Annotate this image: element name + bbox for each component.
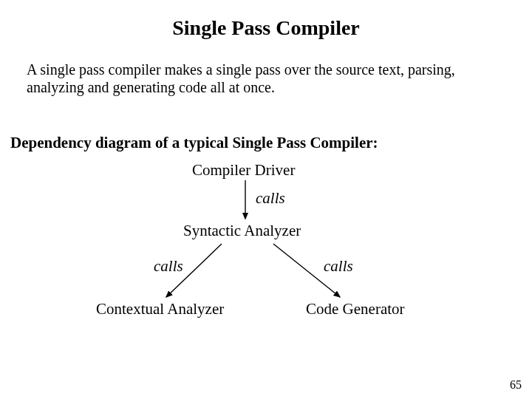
diagram-heading: Dependency diagram of a typical Single P…: [0, 97, 532, 152]
dependency-diagram: Compiler Driver calls Syntactic Analyzer…: [0, 152, 532, 352]
diagram-arrows: [0, 152, 532, 352]
node-contextual-analyzer: Contextual Analyzer: [96, 300, 224, 318]
node-code-generator: Code Generator: [306, 300, 405, 318]
page-number: 65: [510, 378, 522, 392]
edge-label-root-to-mid: calls: [256, 189, 285, 208]
page-title: Single Pass Compiler: [0, 0, 532, 40]
intro-paragraph: A single pass compiler makes a single pa…: [0, 40, 532, 97]
edge-label-mid-to-left: calls: [154, 257, 183, 276]
node-compiler-driver: Compiler Driver: [192, 161, 295, 180]
node-syntactic-analyzer: Syntactic Analyzer: [183, 222, 301, 240]
slide: Single Pass Compiler A single pass compi…: [0, 0, 532, 399]
edge-label-mid-to-right: calls: [324, 257, 353, 276]
